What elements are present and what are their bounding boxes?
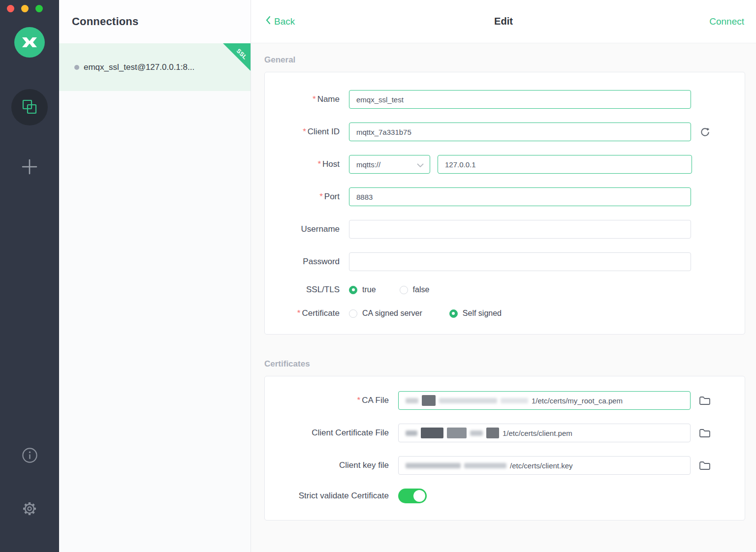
- strict-validate-label: Strict validate Certificate: [299, 491, 389, 500]
- ssl-false-radio[interactable]: false: [400, 285, 430, 294]
- certificate-radio-group: CA signed server Self signed: [349, 309, 502, 318]
- redacted-blur: [406, 463, 461, 468]
- required-marker: *: [313, 94, 316, 104]
- radio-icon: [349, 309, 357, 318]
- close-window-button[interactable]: [7, 5, 14, 12]
- certificate-label: Certificate: [302, 308, 340, 318]
- connect-button[interactable]: Connect: [709, 16, 744, 27]
- username-label: Username: [301, 224, 340, 234]
- client-key-visible-path: /etc/certs/client.key: [510, 461, 573, 470]
- host-input[interactable]: [438, 155, 692, 174]
- folder-icon: [699, 431, 710, 439]
- redacted-blur: [406, 398, 418, 403]
- redacted-blur: [406, 430, 417, 436]
- client-key-file-input[interactable]: /etc/certs/client.key: [398, 456, 691, 475]
- port-input[interactable]: [349, 187, 691, 206]
- overlapping-squares-icon: [22, 99, 37, 116]
- certificates-card: *CA File 1/etc/certs/my_root_ca.pem: [264, 376, 745, 521]
- host-label: Host: [322, 159, 340, 169]
- ssl-tls-radio-group: true false: [349, 285, 429, 294]
- folder-icon: [699, 464, 710, 471]
- sidebar-footer: [21, 447, 38, 552]
- browse-client-certificate-button[interactable]: [699, 429, 710, 437]
- settings-button[interactable]: [21, 500, 38, 518]
- new-connection-button[interactable]: [21, 158, 38, 175]
- chevron-down-icon: [417, 160, 424, 169]
- ca-file-row: *CA File 1/etc/certs/my_root_ca.pem: [265, 391, 745, 410]
- password-input[interactable]: [349, 252, 691, 271]
- ca-signed-server-radio[interactable]: CA signed server: [349, 309, 422, 318]
- ssl-tls-label: SSL/TLS: [306, 285, 340, 294]
- connections-header: Connections: [59, 0, 251, 43]
- refresh-icon: [700, 131, 710, 139]
- browse-ca-file-button[interactable]: [699, 396, 710, 405]
- name-label: Name: [317, 94, 340, 104]
- connection-name: emqx_ssl_test@127.0.0.1:8...: [84, 62, 194, 72]
- radio-icon: [449, 309, 458, 318]
- strict-validate-row: Strict validate Certificate: [265, 489, 745, 503]
- strict-validate-toggle[interactable]: [398, 489, 427, 503]
- host-row: *Host mqtts://: [265, 155, 745, 174]
- client-key-file-row: Client key file /etc/certs/client.key: [265, 456, 745, 475]
- radio-icon: [349, 286, 357, 294]
- connection-list-item[interactable]: emqx_ssl_test@127.0.0.1:8... SSL: [59, 43, 251, 91]
- connections-title: Connections: [72, 15, 138, 28]
- protocol-value: mqtts://: [356, 160, 380, 169]
- page-title: Edit: [494, 16, 513, 27]
- general-card: *Name *Client ID: [264, 72, 745, 335]
- name-input[interactable]: [349, 90, 691, 109]
- info-icon: [22, 458, 38, 465]
- about-button[interactable]: [22, 447, 38, 463]
- minimize-window-button[interactable]: [21, 5, 29, 12]
- name-row: *Name: [265, 90, 745, 109]
- username-input[interactable]: [349, 220, 691, 239]
- connection-status-dot: [74, 65, 79, 70]
- client-certificate-file-input[interactable]: 1/etc/certs/client.pem: [398, 424, 691, 442]
- redacted-blur: [486, 428, 499, 438]
- sidebar-item-connections[interactable]: [11, 89, 48, 125]
- ca-file-visible-path: 1/etc/certs/my_root_ca.pem: [532, 397, 623, 405]
- client-certificate-visible-path: 1/etc/certs/client.pem: [503, 429, 572, 437]
- mqttx-logo: [14, 27, 45, 58]
- ssl-tls-row: SSL/TLS true false: [265, 285, 745, 295]
- redacted-blur: [439, 398, 497, 403]
- edit-header: Back Edit Connect: [251, 0, 756, 43]
- back-button[interactable]: Back: [266, 16, 295, 27]
- self-signed-radio[interactable]: Self signed: [449, 309, 502, 318]
- toggle-knob: [413, 490, 425, 502]
- radio-icon: [400, 286, 408, 294]
- password-label: Password: [303, 257, 340, 266]
- certificates-section-title: Certificates: [264, 359, 745, 369]
- client-key-file-label: Client key file: [339, 460, 389, 470]
- edit-content: General *Name *Client ID: [251, 43, 756, 552]
- port-label: Port: [324, 192, 340, 201]
- plus-icon: [21, 169, 38, 177]
- client-id-row: *Client ID: [265, 123, 745, 141]
- redacted-blur: [501, 398, 528, 403]
- sidebar: [0, 0, 59, 552]
- traffic-lights: [0, 0, 43, 12]
- redacted-blur: [447, 428, 467, 438]
- refresh-client-id-button[interactable]: [700, 127, 710, 137]
- client-id-input[interactable]: [349, 123, 691, 141]
- browse-client-key-button[interactable]: [699, 461, 710, 470]
- redacted-blur: [464, 463, 506, 468]
- mqttx-window: Connections emqx_ssl_test@127.0.0.1:8...…: [0, 0, 756, 552]
- general-section-title: General: [264, 55, 745, 65]
- connections-panel: Connections emqx_ssl_test@127.0.0.1:8...…: [59, 0, 251, 552]
- username-row: Username: [265, 220, 745, 239]
- redacted-blur: [421, 428, 443, 438]
- ssl-true-radio[interactable]: true: [349, 285, 376, 294]
- redacted-blur: [470, 430, 483, 436]
- client-certificate-file-label: Client Certificate File: [312, 428, 389, 437]
- ca-file-input[interactable]: 1/etc/certs/my_root_ca.pem: [398, 391, 691, 410]
- port-row: *Port: [265, 187, 745, 206]
- folder-icon: [699, 399, 710, 406]
- client-certificate-file-row: Client Certificate File 1/etc/certs/clie…: [265, 424, 745, 442]
- edit-panel: Back Edit Connect General *Name *Client …: [251, 0, 756, 552]
- protocol-select[interactable]: mqtts://: [349, 155, 430, 174]
- password-row: Password: [265, 252, 745, 271]
- zoom-window-button[interactable]: [35, 5, 43, 12]
- redacted-blur: [422, 395, 436, 406]
- ca-file-label: CA File: [362, 396, 389, 405]
